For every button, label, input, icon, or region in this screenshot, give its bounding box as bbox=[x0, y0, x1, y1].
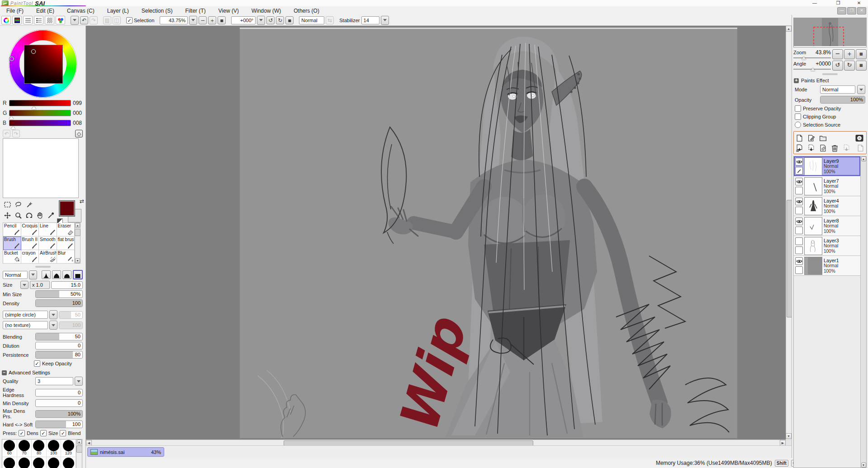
size-preset[interactable] bbox=[32, 457, 47, 468]
panel-divider[interactable] bbox=[822, 73, 838, 75]
menu-others[interactable]: Others (O) bbox=[287, 8, 326, 14]
persistence-bar[interactable]: 80 bbox=[35, 351, 83, 359]
size-preset-70[interactable]: 70 bbox=[17, 440, 32, 457]
toolbar-dropdown-button[interactable] bbox=[71, 16, 79, 25]
color-scratchpad[interactable] bbox=[3, 138, 79, 198]
saturation-value-square[interactable] bbox=[24, 45, 63, 84]
tool-eraser[interactable]: Eraser bbox=[57, 223, 75, 236]
tool-flat-brush[interactable]: flat brush bbox=[57, 236, 75, 250]
blue-slider[interactable] bbox=[9, 120, 71, 126]
min-density-bar[interactable]: 0 bbox=[35, 399, 83, 407]
brush-edge-shape-dropdown[interactable] bbox=[49, 310, 57, 319]
selection-source-radio[interactable]: ✓ bbox=[795, 122, 801, 128]
new-linework-layer-button[interactable] bbox=[807, 134, 815, 142]
scroll-down-button[interactable]: ▼ bbox=[861, 463, 866, 468]
color-wheel-panel-toggle[interactable] bbox=[1, 16, 11, 24]
mdi-close-button[interactable]: ✕ bbox=[857, 7, 866, 14]
menu-file[interactable]: File (F) bbox=[0, 8, 30, 14]
scratchpad-panel-toggle[interactable] bbox=[45, 16, 54, 24]
zoom-in-button[interactable]: ＋ bbox=[208, 16, 216, 24]
size-bar[interactable]: 15.0 bbox=[51, 281, 83, 289]
view-mode-box[interactable]: Normal bbox=[299, 16, 324, 24]
delete-layer-button[interactable] bbox=[831, 144, 839, 152]
red-slider[interactable] bbox=[9, 100, 71, 106]
marquee-tool[interactable] bbox=[3, 200, 12, 209]
scratchpad-undo-button[interactable]: ↶ bbox=[3, 130, 10, 137]
tool-blur[interactable]: Blur bbox=[57, 250, 75, 264]
color-mixer-panel-toggle[interactable] bbox=[56, 16, 65, 24]
brush-mode-dropdown[interactable] bbox=[29, 270, 37, 279]
zoom-dropdown-button[interactable] bbox=[189, 16, 197, 25]
brush-edge-shape-box[interactable]: (simple circle) bbox=[3, 311, 48, 319]
zoom-reset-button[interactable]: ▪ bbox=[218, 16, 226, 24]
canvas-document[interactable]: Wip bbox=[240, 28, 737, 438]
zoom-out-button[interactable]: − bbox=[199, 16, 207, 24]
brush-shape-spike[interactable] bbox=[42, 270, 51, 279]
tool-crayon[interactable]: crayon bbox=[21, 250, 39, 264]
press-size-checkbox[interactable]: ✓ bbox=[40, 430, 47, 436]
brush-texture-box[interactable]: (no texture) bbox=[3, 321, 48, 329]
swap-colors-icon[interactable]: ⇄ bbox=[80, 198, 84, 204]
transfer-down-button[interactable] bbox=[796, 144, 803, 152]
layer-row-layer4[interactable]: Layer4 Normal 100% bbox=[794, 196, 860, 216]
menu-layer[interactable]: Layer (L) bbox=[101, 8, 135, 14]
nav-angle-slider-thumb[interactable] bbox=[811, 68, 815, 71]
new-layer-set-button[interactable] bbox=[819, 134, 827, 142]
flip-view-button[interactable]: ⇆ bbox=[326, 16, 334, 24]
undo-button[interactable]: ↶ bbox=[80, 16, 88, 24]
layer-visibility-toggle[interactable] bbox=[795, 217, 803, 225]
color-wheel[interactable] bbox=[9, 29, 77, 98]
deselect-button[interactable]: ▨ bbox=[103, 16, 111, 24]
nav-zoom-slider-thumb[interactable] bbox=[802, 57, 806, 60]
scrollbar-thumb[interactable] bbox=[76, 445, 82, 453]
scroll-up-button[interactable]: ▲ bbox=[861, 156, 866, 161]
nav-angle-reset-button[interactable]: ▪ bbox=[856, 61, 867, 71]
document-tab[interactable]: nimésis.sai 43% bbox=[87, 447, 164, 457]
layer-visibility-toggle[interactable] bbox=[795, 178, 803, 185]
minimize-button[interactable]: — bbox=[808, 0, 821, 6]
layer-row-layer8[interactable]: Layer8 Normal 100% bbox=[794, 216, 860, 236]
tool-bucket[interactable]: Bucket bbox=[3, 250, 21, 264]
layer-visibility-toggle[interactable] bbox=[795, 198, 803, 205]
keep-opacity-checkbox[interactable]: ✓ bbox=[34, 360, 40, 367]
press-blend-checkbox[interactable]: ✓ bbox=[60, 430, 66, 436]
tool-pencil[interactable]: Pencil bbox=[3, 223, 21, 236]
panel-divider[interactable] bbox=[35, 266, 51, 268]
scroll-up-button[interactable]: ▲ bbox=[75, 223, 80, 228]
layer-row-layer9[interactable]: Layer9 Normal 100% bbox=[794, 156, 860, 176]
paints-effect-header[interactable]: + Paints Effect bbox=[794, 78, 866, 83]
layer-visibility-toggle[interactable] bbox=[795, 237, 803, 245]
layer-row-layer3[interactable]: Layer3 Normal 100% bbox=[794, 236, 860, 256]
tool-airbrush[interactable]: AirBrush bbox=[39, 250, 57, 264]
rgb-slider-panel-toggle[interactable] bbox=[12, 16, 22, 24]
nav-zoom-slider[interactable] bbox=[793, 56, 831, 60]
swatches-panel-toggle[interactable] bbox=[34, 16, 43, 24]
brush-blend-mode-box[interactable]: Normal bbox=[3, 271, 28, 279]
green-slider[interactable] bbox=[9, 110, 71, 116]
tool-brush2[interactable]: Brush II bbox=[21, 236, 39, 250]
layer-mode-dropdown[interactable] bbox=[857, 85, 865, 94]
scroll-down-button[interactable]: ▼ bbox=[75, 258, 80, 263]
hsv-slider-panel-toggle[interactable] bbox=[23, 16, 33, 24]
scratchpad-clear-button[interactable]: ◇ bbox=[75, 130, 83, 137]
rotate-cw-button[interactable]: ↻ bbox=[276, 16, 284, 24]
zoom-value-box[interactable]: 43.75% bbox=[160, 16, 188, 24]
restore-button[interactable]: ❐ bbox=[831, 0, 845, 6]
tool-line[interactable]: Line bbox=[39, 223, 57, 236]
menu-window[interactable]: Window (W) bbox=[245, 8, 287, 14]
layer-row-layer1[interactable]: Layer1 Normal 100% bbox=[794, 256, 860, 276]
sv-cursor[interactable] bbox=[31, 49, 36, 54]
size-preset-100[interactable]: 100 bbox=[47, 440, 62, 457]
stabilizer-value-box[interactable]: 14 bbox=[361, 16, 379, 24]
navigator-thumbnail[interactable] bbox=[793, 18, 867, 47]
nav-zoom-out-button[interactable]: − bbox=[832, 49, 843, 59]
clear-layer-button[interactable] bbox=[819, 144, 827, 152]
quality-dropdown[interactable] bbox=[75, 377, 83, 386]
green-slider-thumb[interactable] bbox=[9, 116, 14, 119]
nav-zoom-in-button[interactable]: ＋ bbox=[844, 49, 855, 59]
menu-canvas[interactable]: Canvas (C) bbox=[61, 8, 101, 14]
press-dens-checkbox[interactable]: ✓ bbox=[19, 430, 25, 436]
scroll-up-button[interactable]: ▲ bbox=[77, 440, 82, 444]
invert-selection-button[interactable]: ◫ bbox=[113, 16, 121, 24]
hard-soft-bar[interactable]: 100 bbox=[35, 421, 83, 428]
